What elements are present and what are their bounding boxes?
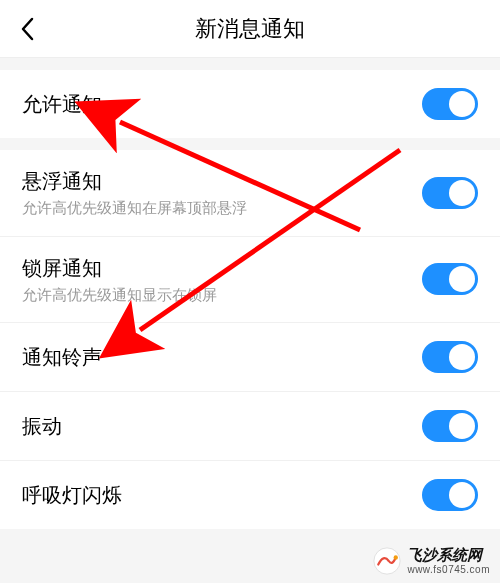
- toggle-vibration[interactable]: [422, 410, 478, 442]
- row-text: 呼吸灯闪烁: [22, 482, 122, 508]
- row-notification-sound[interactable]: 通知铃声: [0, 323, 500, 392]
- section-gap: [0, 58, 500, 70]
- toggle-floating-notifications[interactable]: [422, 177, 478, 209]
- row-text: 通知铃声: [22, 344, 102, 370]
- row-text: 允许通知: [22, 91, 102, 117]
- row-label: 振动: [22, 413, 62, 439]
- watermark-name: 飞沙系统网: [407, 547, 490, 564]
- svg-point-3: [394, 555, 398, 559]
- row-label: 锁屏通知: [22, 255, 217, 281]
- watermark: 飞沙系统网 www.fs0745.com: [373, 547, 490, 575]
- row-label: 允许通知: [22, 91, 102, 117]
- toggle-led-flash[interactable]: [422, 479, 478, 511]
- section-gap: [0, 138, 500, 150]
- toggle-lockscreen-notifications[interactable]: [422, 263, 478, 295]
- row-allow-notifications[interactable]: 允许通知: [0, 70, 500, 138]
- header: 新消息通知: [0, 0, 500, 58]
- page-title: 新消息通知: [0, 14, 500, 44]
- row-led-flash[interactable]: 呼吸灯闪烁: [0, 461, 500, 529]
- back-button[interactable]: [20, 17, 34, 41]
- row-text: 锁屏通知 允许高优先级通知显示在锁屏: [22, 255, 217, 305]
- row-text: 悬浮通知 允许高优先级通知在屏幕顶部悬浮: [22, 168, 247, 218]
- row-vibration[interactable]: 振动: [0, 392, 500, 461]
- toggle-allow-notifications[interactable]: [422, 88, 478, 120]
- watermark-url: www.fs0745.com: [407, 564, 490, 575]
- watermark-logo-icon: [373, 547, 401, 575]
- row-lockscreen-notifications[interactable]: 锁屏通知 允许高优先级通知显示在锁屏: [0, 237, 500, 324]
- chevron-left-icon: [20, 17, 34, 41]
- row-text: 振动: [22, 413, 62, 439]
- row-floating-notifications[interactable]: 悬浮通知 允许高优先级通知在屏幕顶部悬浮: [0, 150, 500, 237]
- row-label: 通知铃声: [22, 344, 102, 370]
- row-desc: 允许高优先级通知显示在锁屏: [22, 285, 217, 305]
- settings-list: 允许通知: [0, 70, 500, 138]
- row-label: 悬浮通知: [22, 168, 247, 194]
- row-desc: 允许高优先级通知在屏幕顶部悬浮: [22, 198, 247, 218]
- settings-list-2: 悬浮通知 允许高优先级通知在屏幕顶部悬浮 锁屏通知 允许高优先级通知显示在锁屏 …: [0, 150, 500, 529]
- row-label: 呼吸灯闪烁: [22, 482, 122, 508]
- watermark-text: 飞沙系统网 www.fs0745.com: [407, 547, 490, 575]
- toggle-notification-sound[interactable]: [422, 341, 478, 373]
- svg-point-2: [374, 548, 400, 574]
